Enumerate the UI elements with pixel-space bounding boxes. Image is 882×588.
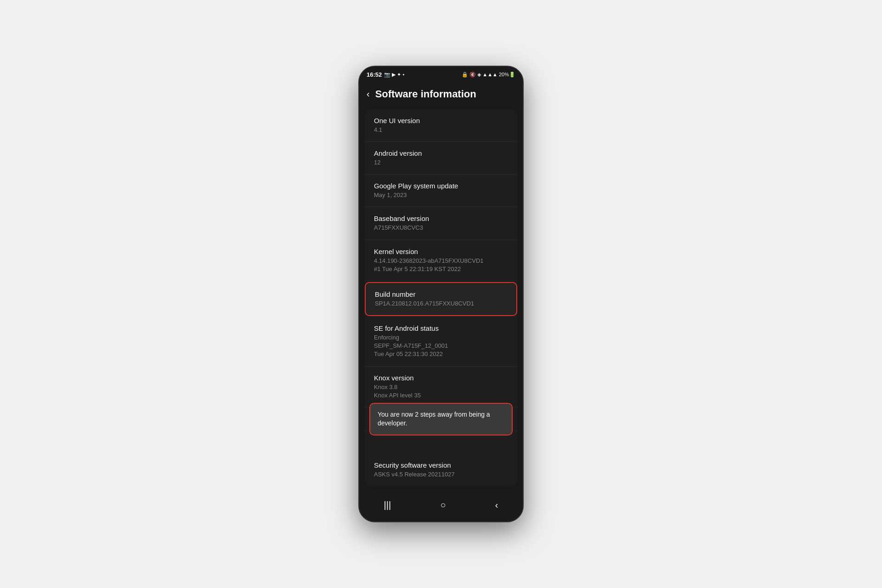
se-android-label: SE for Android status — [374, 324, 508, 332]
build-number-item[interactable]: Build number SP1A.210812.016.A715FXXU8CV… — [365, 282, 517, 316]
settings-list: One UI version 4.1 Android version 12 Go… — [365, 109, 517, 486]
toast-wrapper: S F You are now 2 steps away from being … — [365, 407, 517, 431]
security-software-item[interactable]: Security software version ASKS v4.5 Rele… — [365, 454, 517, 486]
developer-toast: You are now 2 steps away from being a de… — [369, 403, 513, 435]
knox-version-item[interactable]: Knox version Knox 3.8Knox API level 35 — [365, 367, 517, 407]
google-play-update-item[interactable]: Google Play system update May 1, 2023 — [365, 175, 517, 207]
security-software-value: ASKS v4.5 Release 20211027 — [374, 470, 508, 479]
build-number-value: SP1A.210812.016.A715FXXU8CVD1 — [375, 300, 507, 308]
knox-value: Knox 3.8Knox API level 35 — [374, 383, 508, 400]
se-android-value: EnforcingSEPF_SM-A715F_12_0001Tue Apr 05… — [374, 334, 508, 359]
android-version-item[interactable]: Android version 12 — [365, 142, 517, 175]
one-ui-version-value: 4.1 — [374, 126, 508, 134]
status-time: 16:52 — [367, 71, 382, 78]
google-play-label: Google Play system update — [374, 182, 508, 190]
baseband-version-item[interactable]: Baseband version A715FXXU8CVC3 — [365, 207, 517, 240]
android-version-value: 12 — [374, 158, 508, 167]
toast-message: You are now 2 steps away from being a de… — [378, 411, 490, 427]
security-software-label: Security software version — [374, 461, 508, 469]
kernel-value: 4.14.190-23682023-abA715FXXU8CVD1#1 Tue … — [374, 257, 508, 273]
bottom-nav: ||| ○ ‹ — [359, 492, 523, 521]
android-version-label: Android version — [374, 149, 508, 157]
kernel-label: Kernel version — [374, 248, 508, 255]
status-bar: 16:52 📷 ▶ ✦ • 🔒 🔇 ◈ ▲▲▲ 20%🔋 — [359, 67, 523, 81]
page-header: ‹ Software information — [359, 81, 523, 109]
phone-frame: 16:52 📷 ▶ ✦ • 🔒 🔇 ◈ ▲▲▲ 20%🔋 ‹ Software … — [358, 66, 524, 522]
kernel-version-item[interactable]: Kernel version 4.14.190-23682023-abA715F… — [365, 240, 517, 281]
recent-apps-button[interactable]: ||| — [373, 498, 402, 512]
baseband-label: Baseband version — [374, 215, 508, 222]
home-button[interactable]: ○ — [429, 498, 457, 512]
status-left: 16:52 📷 ▶ ✦ • — [367, 71, 404, 78]
baseband-value: A715FXXU8CVC3 — [374, 224, 508, 232]
se-android-item[interactable]: SE for Android status EnforcingSEPF_SM-A… — [365, 317, 517, 367]
one-ui-version-item[interactable]: One UI version 4.1 — [365, 109, 517, 142]
google-play-value: May 1, 2023 — [374, 191, 508, 199]
page-content: ‹ Software information One UI version 4.… — [359, 81, 523, 521]
back-nav-button[interactable]: ‹ — [484, 498, 509, 512]
status-right-icons: 🔒 🔇 ◈ ▲▲▲ 20%🔋 — [462, 72, 515, 78]
page-title: Software information — [375, 88, 476, 100]
status-left-icons: 📷 ▶ ✦ • — [384, 72, 404, 78]
one-ui-version-label: One UI version — [374, 117, 508, 124]
battery-icon: 🔒 🔇 ◈ ▲▲▲ 20%🔋 — [462, 72, 515, 78]
knox-label: Knox version — [374, 374, 508, 382]
build-number-label: Build number — [375, 290, 507, 298]
back-button[interactable]: ‹ — [367, 89, 370, 99]
